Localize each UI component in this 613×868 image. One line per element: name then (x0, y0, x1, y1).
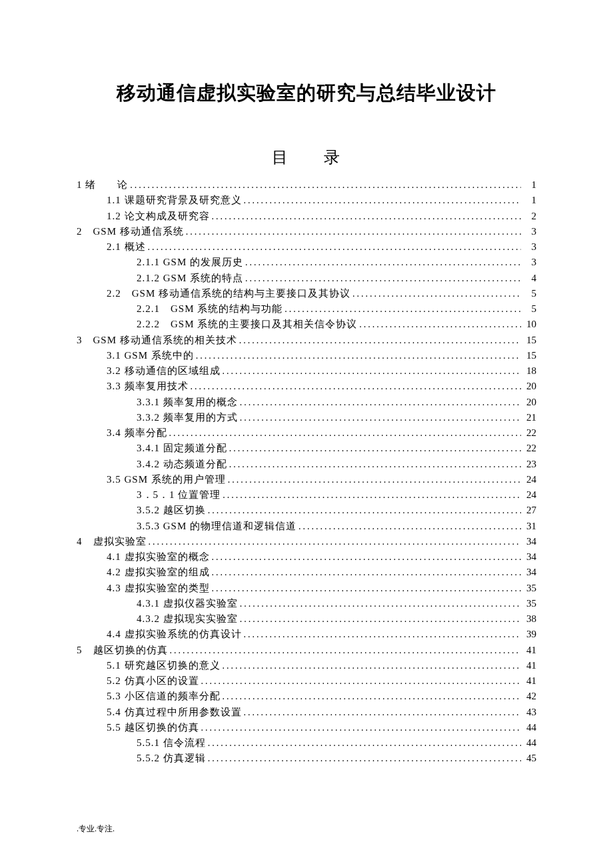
toc-entry-page: 24 (523, 472, 536, 487)
toc-entry: 5.3 小区信道的频率分配42 (77, 689, 536, 704)
toc-leader-dots (229, 457, 521, 472)
toc-entry-page: 43 (523, 705, 536, 720)
toc-leader-dots (240, 611, 521, 627)
toc-entry: 3．5．1 位置管理24 (77, 487, 536, 503)
toc-entry: 5.1 研究越区切换的意义41 (77, 658, 536, 673)
toc-entry-label: 5.5 越区切换的仿真 (107, 720, 199, 735)
toc-entry-label: 5.2 仿真小区的设置 (107, 673, 199, 689)
toc-leader-dots (228, 472, 521, 487)
toc-entry-label: 2.2.2 GSM 系统的主要接口及其相关信令协议 (137, 317, 357, 332)
toc-entry: 3.4 频率分配22 (77, 425, 536, 441)
toc-entry: 5 越区切换的仿真41 (77, 643, 536, 658)
toc-entry-page: 35 (523, 596, 536, 611)
toc-leader-dots (191, 379, 522, 394)
toc-entry: 4.3 虚拟实验室的类型35 (77, 581, 536, 596)
toc-entry-label: 3．5．1 位置管理 (137, 487, 221, 503)
toc-entry-label: 5.3 小区信道的频率分配 (107, 689, 221, 704)
toc-entry-label: 5.5.2 仿真逻辑 (137, 751, 206, 766)
toc-entry: 3.3 频率复用技术20 (77, 379, 536, 394)
toc-entry-label: 2.1 概述 (107, 239, 146, 255)
toc-entry-page: 5 (523, 301, 536, 317)
toc-entry: 2.2.2 GSM 系统的主要接口及其相关信令协议10 (77, 317, 536, 332)
toc-entry-label: 4.4 虚拟实验系统的仿真设计 (107, 627, 242, 642)
toc-entry: 3.3.2 频率复用的方式21 (77, 410, 536, 425)
toc-entry: 1.2 论文构成及研究容2 (77, 209, 536, 224)
toc-leader-dots (239, 333, 521, 348)
toc-leader-dots (212, 581, 522, 596)
toc-leader-dots (229, 441, 521, 456)
toc-entry: 2.1 概述3 (77, 239, 536, 255)
toc-leader-dots (240, 395, 521, 410)
toc-entry-page: 2 (523, 209, 536, 224)
toc-entry-label: 3.3.2 频率复用的方式 (137, 410, 238, 425)
toc-entry-page: 22 (523, 425, 536, 441)
toc-entry: 4.1 虚拟实验室的概念34 (77, 549, 536, 565)
toc-entry-page: 34 (523, 549, 536, 565)
toc-entry-page: 38 (523, 611, 536, 627)
toc-entry-label: 3.5.2 越区切换 (137, 503, 206, 518)
toc-leader-dots (212, 209, 522, 224)
toc-entry: 1 绪 论1 (77, 177, 536, 193)
toc-entry-page: 3 (523, 239, 536, 255)
toc-entry-page: 44 (523, 735, 536, 751)
toc-leader-dots (223, 658, 522, 673)
toc-entry-page: 39 (523, 627, 536, 642)
toc-entry-page: 3 (523, 224, 536, 239)
toc-entry: 4.2 虚拟实验室的组成34 (77, 565, 536, 580)
toc-entry-label: 5.5.1 信令流程 (137, 735, 206, 751)
table-of-contents: 1 绪 论11.1 课题研究背景及研究意义11.2 论文构成及研究容22 GSM… (77, 177, 536, 767)
toc-leader-dots (201, 673, 522, 689)
toc-entry-page: 41 (523, 643, 536, 658)
toc-entry: 3.5.2 越区切换27 (77, 503, 536, 518)
toc-entry-label: 2 GSM 移动通信系统 (77, 224, 184, 239)
toc-entry-page: 31 (523, 519, 536, 534)
toc-entry: 3 GSM 移动通信系统的相关技术15 (77, 333, 536, 348)
toc-entry-label: 4 虚拟实验室 (77, 534, 147, 549)
toc-leader-dots (186, 224, 521, 239)
toc-entry: 3.1 GSM 系统中的15 (77, 348, 536, 363)
toc-entry-label: 2.1.2 GSM 系统的特点 (137, 271, 243, 286)
toc-entry-label: 3.4.1 固定频道分配 (137, 441, 227, 456)
toc-entry: 5.5.1 信令流程44 (77, 735, 536, 751)
toc-leader-dots (196, 348, 521, 363)
toc-leader-dots (285, 301, 521, 317)
toc-entry: 5.2 仿真小区的设置41 (77, 673, 536, 689)
toc-entry: 5.5.2 仿真逻辑45 (77, 751, 536, 766)
toc-leader-dots (169, 425, 522, 441)
toc-entry-label: 1.2 论文构成及研究容 (107, 209, 210, 224)
toc-entry-label: 2.2 GSM 移动通信系统的结构与主要接口及其协议 (107, 286, 350, 301)
toc-entry-label: 4.3.1 虚拟仪器实验室 (137, 596, 238, 611)
toc-entry-page: 3 (523, 255, 536, 270)
toc-leader-dots (245, 255, 521, 270)
toc-entry-page: 34 (523, 534, 536, 549)
toc-entry-page: 27 (523, 503, 536, 518)
toc-entry: 1.1 课题研究背景及研究意义1 (77, 193, 536, 208)
toc-entry-label: 3 GSM 移动通信系统的相关技术 (77, 333, 237, 348)
toc-entry-label: 3.3 频率复用技术 (107, 379, 189, 394)
toc-entry-page: 5 (523, 286, 536, 301)
toc-leader-dots (244, 627, 522, 642)
toc-entry-page: 41 (523, 673, 536, 689)
toc-leader-dots (208, 751, 521, 766)
toc-entry: 5.4 仿真过程中所用参数设置43 (77, 705, 536, 720)
toc-entry-label: 5 越区切换的仿真 (77, 643, 168, 658)
toc-entry-page: 15 (523, 333, 536, 348)
toc-leader-dots (212, 565, 522, 580)
toc-entry-page: 44 (523, 720, 536, 735)
toc-entry-page: 42 (523, 689, 536, 704)
toc-leader-dots (244, 193, 522, 208)
toc-entry-page: 20 (523, 395, 536, 410)
toc-entry-label: 3.4.2 动态频道分配 (137, 457, 227, 472)
toc-entry: 3.2 移动通信的区域组成18 (77, 363, 536, 379)
toc-entry-page: 23 (523, 457, 536, 472)
toc-entry: 4.3.2 虚拟现实实验室38 (77, 611, 536, 627)
toc-entry: 2.2.1 GSM 系统的结构与功能5 (77, 301, 536, 317)
toc-entry: 4 虚拟实验室34 (77, 534, 536, 549)
toc-entry-page: 41 (523, 658, 536, 673)
toc-entry-label: 4.3 虚拟实验室的类型 (107, 581, 210, 596)
toc-entry-page: 35 (523, 581, 536, 596)
toc-entry-page: 22 (523, 441, 536, 456)
toc-leader-dots (212, 549, 522, 565)
toc-entry-label: 3.5.3 GSM 的物理信道和逻辑信道 (137, 519, 297, 534)
toc-entry-label: 3.5 GSM 系统的用户管理 (107, 472, 226, 487)
